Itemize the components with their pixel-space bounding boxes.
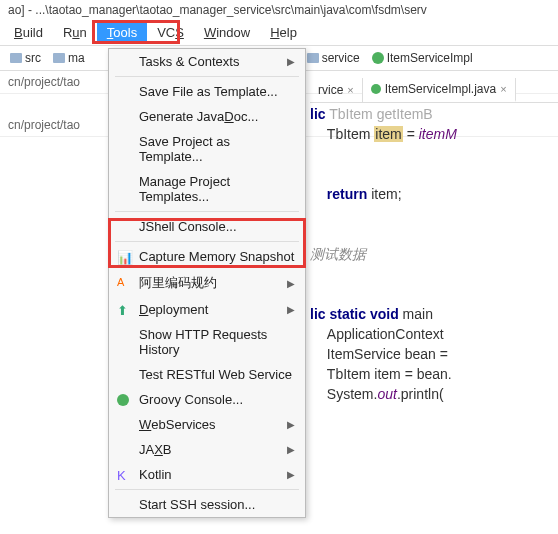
chevron-right-icon: ▶ [287,56,295,67]
menu-jshell[interactable]: JShell Console... [109,214,305,239]
deploy-icon: ⬆ [117,303,131,317]
menu-save-project-template[interactable]: Save Project as Template... [109,129,305,169]
menu-tools[interactable]: Tools [97,22,147,43]
breadcrumb-ma[interactable]: ma [49,50,89,66]
menu-help[interactable]: Help [260,22,307,43]
chevron-right-icon: ▶ [287,419,295,430]
menu-manage-templates[interactable]: Manage Project Templates... [109,169,305,209]
tab-rvice[interactable]: rvice× [310,78,363,102]
menu-ali-coding[interactable]: A阿里编码规约▶ [109,269,305,297]
class-icon [371,84,381,94]
menu-separator [115,211,299,212]
chevron-right-icon: ▶ [287,278,295,289]
folder-icon [307,53,319,63]
kotlin-icon: K [117,468,131,482]
menu-build[interactable]: Build [4,22,53,43]
menu-separator [115,241,299,242]
chevron-right-icon: ▶ [287,444,295,455]
folder-icon [53,53,65,63]
menu-vcs[interactable]: VCS [147,22,194,43]
menu-kotlin[interactable]: KKotlin▶ [109,462,305,487]
breadcrumb-src[interactable]: src [6,50,45,66]
tools-dropdown: Tasks & Contexts▶ Save File as Template.… [108,48,306,518]
menu-groovy[interactable]: Groovy Console... [109,387,305,412]
menu-ssh[interactable]: Start SSH session... [109,492,305,517]
menu-save-file-template[interactable]: Save File as Template... [109,79,305,104]
close-icon[interactable]: × [500,83,506,95]
close-icon[interactable]: × [347,84,353,96]
chevron-right-icon: ▶ [287,304,295,315]
class-icon [372,52,384,64]
menu-jaxb[interactable]: JAXB▶ [109,437,305,462]
menu-window[interactable]: Window [194,22,260,43]
chevron-right-icon: ▶ [287,469,295,480]
memory-icon: 📊 [117,250,131,264]
menu-generate-javadoc[interactable]: Generate JavaDoc... [109,104,305,129]
tab-itemserviceimpl[interactable]: ItemServiceImpl.java× [363,78,516,102]
menu-webservices[interactable]: WebServices▶ [109,412,305,437]
folder-icon [10,53,22,63]
menu-separator [115,489,299,490]
window-title: ao] - ...\taotao_manager\taotao_manager_… [0,0,558,20]
menu-separator [115,76,299,77]
menu-run[interactable]: Run [53,22,97,43]
breadcrumb-service[interactable]: service [303,50,364,66]
menubar: Build Run Tools VCS Window Help [0,20,558,45]
menu-capture-memory[interactable]: 📊Capture Memory Snapshot [109,244,305,269]
groovy-icon [117,394,129,406]
menu-http-history[interactable]: Show HTTP Requests History [109,322,305,362]
menu-deployment[interactable]: ⬆Deployment▶ [109,297,305,322]
menu-rest[interactable]: Test RESTful Web Service [109,362,305,387]
menu-tasks[interactable]: Tasks & Contexts▶ [109,49,305,74]
alibaba-icon: A [117,276,131,290]
breadcrumb-impl[interactable]: ItemServiceImpl [368,50,477,66]
